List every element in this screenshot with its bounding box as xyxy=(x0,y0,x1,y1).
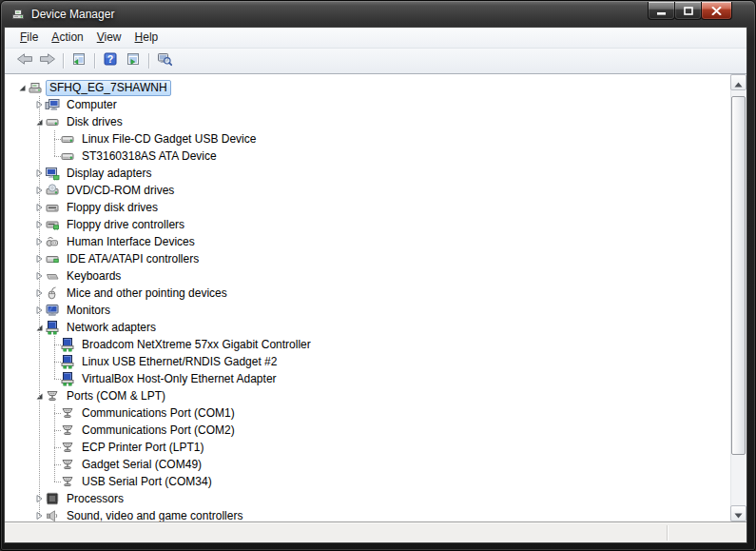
device-tree: SFHQ_EG_7SHAWNHComputerDisk drivesLinux … xyxy=(5,79,730,521)
help-button[interactable]: ? xyxy=(99,50,122,71)
expand-expanded-icon[interactable] xyxy=(33,390,45,402)
tree-item-label: Floppy disk drives xyxy=(63,200,162,216)
toolbar: ? xyxy=(5,49,746,74)
expand-collapsed-icon[interactable] xyxy=(33,219,45,230)
scrollbar-thumb[interactable] xyxy=(731,96,746,455)
network-icon xyxy=(45,320,60,335)
disk-icon xyxy=(60,148,75,164)
port-icon xyxy=(45,388,60,403)
status-bar xyxy=(5,521,746,542)
tree-item-monitors[interactable]: Monitors xyxy=(5,302,730,319)
tree-item-processors[interactable]: Processors xyxy=(5,490,730,507)
device-manager-window: Device Manager FileActionViewHelp ? SFHQ… xyxy=(0,0,756,551)
processor-icon xyxy=(45,491,60,506)
expand-collapsed-icon[interactable] xyxy=(33,270,45,282)
scroll-down-button[interactable] xyxy=(730,505,746,521)
network-icon xyxy=(60,337,75,352)
client-area: FileActionViewHelp ? SFHQ_EG_7SHAWNHComp… xyxy=(5,28,746,542)
minimize-button[interactable] xyxy=(648,2,675,20)
tree-item-ports-com-lpt[interactable]: Ports (COM & LPT) xyxy=(5,387,730,404)
show-hide-console-tree-button[interactable] xyxy=(68,50,90,71)
expand-collapsed-icon[interactable] xyxy=(33,202,45,213)
tree-item-mice-and-other-pointing-devices[interactable]: Mice and other pointing devices xyxy=(5,285,730,302)
restore-icon xyxy=(684,2,693,19)
tree-item-label: Network adapters xyxy=(63,320,160,336)
tree-item-communications-port-com1[interactable]: Communications Port (COM1) xyxy=(5,404,730,422)
port-icon xyxy=(60,405,75,421)
tree-item-label: VirtualBox Host-Only Ethernet Adapter xyxy=(78,371,281,387)
expand-expanded-icon[interactable] xyxy=(16,82,28,93)
vertical-scrollbar[interactable] xyxy=(730,74,746,521)
port-icon xyxy=(60,474,75,489)
tree-item-gadget-serial-com49[interactable]: Gadget Serial (COM49) xyxy=(5,456,730,473)
title-bar[interactable]: Device Manager xyxy=(1,1,755,28)
menu-item-view[interactable]: View xyxy=(90,29,128,47)
ide-icon xyxy=(45,251,60,266)
display-icon xyxy=(45,166,60,181)
expand-expanded-icon[interactable] xyxy=(33,116,45,128)
toolbar-separator xyxy=(148,53,149,69)
disk-icon xyxy=(45,114,60,129)
hid-icon xyxy=(45,234,60,249)
back-arrow-icon xyxy=(15,51,34,70)
scroll-down-icon xyxy=(734,505,743,522)
expand-collapsed-icon[interactable] xyxy=(33,167,45,179)
tree-item-label: Gadget Serial (COM49) xyxy=(78,457,205,473)
tree-item-floppy-disk-drives[interactable]: Floppy disk drives xyxy=(5,199,730,216)
svg-text:?: ? xyxy=(107,53,113,65)
mouse-icon xyxy=(45,285,60,301)
tree-item-human-interface-devices[interactable]: Human Interface Devices xyxy=(5,233,730,250)
tree-item-keyboards[interactable]: Keyboards xyxy=(5,267,730,285)
tree-item-disk-drives[interactable]: Disk drives xyxy=(5,113,730,130)
expand-collapsed-icon[interactable] xyxy=(33,253,45,265)
tree-item-sound-video-and-game-controllers[interactable]: Sound, video and game controllers xyxy=(5,507,730,521)
menu-item-action[interactable]: Action xyxy=(45,29,89,47)
menu-item-help[interactable]: Help xyxy=(128,29,165,47)
expand-collapsed-icon[interactable] xyxy=(33,493,45,504)
tree-item-label: Keyboards xyxy=(63,268,125,285)
tree-item-network-adapters[interactable]: Network adapters xyxy=(5,319,730,336)
tree-item-broadcom-netxtreme-57xx-gigabit-controller[interactable]: Broadcom NetXtreme 57xx Gigabit Controll… xyxy=(5,336,730,353)
restore-button[interactable] xyxy=(674,2,702,20)
show-hide-action-pane-button[interactable] xyxy=(122,50,145,71)
back-button[interactable] xyxy=(13,50,36,71)
help-icon: ? xyxy=(103,51,118,70)
tree-item-st3160318as-ata-device[interactable]: ST3160318AS ATA Device xyxy=(5,148,730,165)
forward-button[interactable] xyxy=(36,50,59,71)
tree-item-computer[interactable]: Computer xyxy=(5,96,730,113)
tree-item-label: Processors xyxy=(63,491,127,507)
tree-item-label: Human Interface Devices xyxy=(63,234,199,250)
tree-item-label: SFHQ_EG_7SHAWNH xyxy=(46,80,171,96)
tree-item-dvd-cd-rom-drives[interactable]: DVD/CD-ROM drives xyxy=(5,182,730,199)
close-button[interactable] xyxy=(701,2,732,20)
tree-item-linux-usb-ethernet-rndis-gadget-2[interactable]: Linux USB Ethernet/RNDIS Gadget #2 xyxy=(5,353,730,370)
tree-item-ide-ata-atapi-controllers[interactable]: IDE ATA/ATAPI controllers xyxy=(5,250,730,267)
tree-item-display-adapters[interactable]: Display adapters xyxy=(5,165,730,182)
expand-collapsed-icon[interactable] xyxy=(33,305,45,316)
tree-item-linux-file-cd-gadget-usb-device[interactable]: Linux File-CD Gadget USB Device xyxy=(5,130,730,148)
tree-item-ecp-printer-port-lpt1[interactable]: ECP Printer Port (LPT1) xyxy=(5,439,730,456)
scan-for-hardware-changes-button[interactable] xyxy=(153,50,176,71)
tree-item-communications-port-com2[interactable]: Communications Port (COM2) xyxy=(5,422,730,439)
port-icon xyxy=(60,457,75,472)
scroll-up-button[interactable] xyxy=(730,74,746,90)
expand-collapsed-icon[interactable] xyxy=(33,287,45,299)
window-controls xyxy=(649,2,732,20)
tree-item-floppy-drive-controllers[interactable]: Floppy drive controllers xyxy=(5,216,730,233)
tree-item-label: USB Serial Port (COM34) xyxy=(78,474,216,490)
expand-collapsed-icon[interactable] xyxy=(33,185,45,196)
expand-collapsed-icon[interactable] xyxy=(33,510,45,521)
tree-item-sfhq-eg-7shawnh[interactable]: SFHQ_EG_7SHAWNH xyxy=(5,79,730,96)
expand-collapsed-icon[interactable] xyxy=(33,99,45,110)
tree-pane: SFHQ_EG_7SHAWNHComputerDisk drivesLinux … xyxy=(5,74,746,521)
port-icon xyxy=(60,423,75,438)
tree-item-usb-serial-port-com34[interactable]: USB Serial Port (COM34) xyxy=(5,473,730,490)
monitor-icon xyxy=(45,303,60,318)
tree-item-virtualbox-host-only-ethernet-adapter[interactable]: VirtualBox Host-Only Ethernet Adapter xyxy=(5,370,730,387)
expand-collapsed-icon[interactable] xyxy=(33,236,45,247)
tree-item-label: Mice and other pointing devices xyxy=(63,285,231,302)
expand-expanded-icon[interactable] xyxy=(33,322,45,333)
menu-item-file[interactable]: File xyxy=(13,29,45,47)
action-pane-icon xyxy=(126,51,141,70)
sound-icon xyxy=(45,508,60,521)
